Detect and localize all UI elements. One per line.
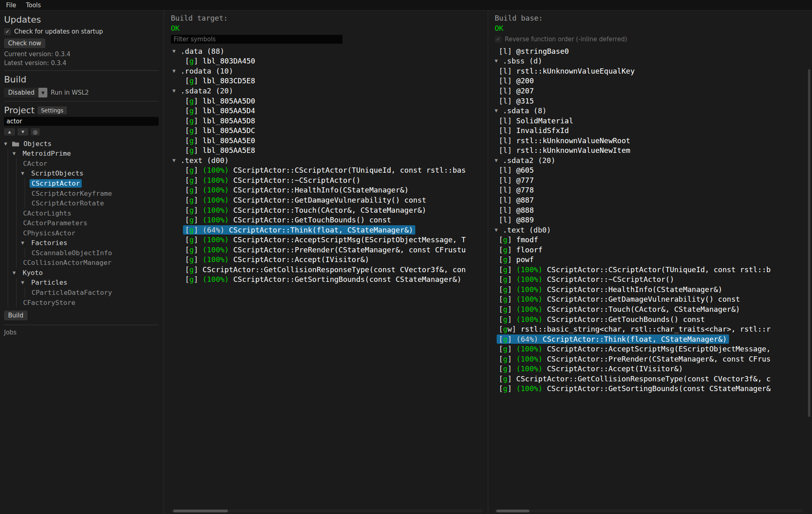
base-hscroll-thumb[interactable] bbox=[496, 510, 529, 512]
symbol-row[interactable]: [l] @200 bbox=[488, 76, 806, 86]
symbol-row[interactable]: [g] (100%) CScriptActor::GetDamageVulner… bbox=[488, 294, 806, 305]
tree-item[interactable]: ▼Factories bbox=[4, 238, 159, 248]
symbol-row[interactable]: [g] CScriptActor::GetCollisionResponseTy… bbox=[164, 264, 488, 275]
section-header[interactable]: ▼.data (88) bbox=[164, 46, 488, 56]
tree-item[interactable]: CActorParameters bbox=[4, 218, 159, 228]
next-match-button[interactable]: ▼ bbox=[17, 128, 28, 135]
expander-down-icon[interactable]: ▼ bbox=[172, 89, 181, 93]
target-hscrollbar[interactable] bbox=[171, 510, 483, 512]
symbol-row[interactable]: [g] (64%) CScriptActor::Think(float, CSt… bbox=[164, 225, 488, 235]
menu-file[interactable]: File bbox=[6, 2, 16, 9]
symbol-row[interactable]: [l] @889 bbox=[488, 215, 806, 225]
symbol-row[interactable]: [l] @stringBase0 bbox=[488, 46, 806, 56]
section-header[interactable]: ▼.rodata (10) bbox=[164, 66, 488, 76]
expander-down-icon[interactable]: ▼ bbox=[21, 241, 29, 245]
symbol-row[interactable]: [l] @778 bbox=[488, 185, 806, 195]
section-header[interactable]: ▼.sdata2 (20) bbox=[164, 86, 488, 96]
symbol-row[interactable]: [g] fmodf bbox=[488, 235, 806, 245]
symbol-row[interactable]: [g] (100%) CScriptActor::GetDamageVulner… bbox=[164, 195, 488, 205]
symbol-row[interactable]: [l] rstl::kUnknownValueNewItem bbox=[488, 145, 806, 155]
symbol-row[interactable]: [g] lbl_805AA5E8 bbox=[164, 145, 488, 155]
symbol-row[interactable]: [g] (100%) CScriptActor::CScriptActor(TU… bbox=[164, 165, 488, 176]
tree-item[interactable]: CPhysicsActor bbox=[4, 228, 159, 238]
tree-item[interactable]: CScriptActorKeyframe bbox=[4, 188, 159, 199]
symbol-row[interactable]: [g] (100%) CScriptActor::GetSortingBound… bbox=[488, 384, 806, 394]
symbol-row[interactable]: [g] (100%) CScriptActor::GetTouchBounds(… bbox=[164, 215, 488, 225]
symbol-row[interactable]: [g] lbl_803DA450 bbox=[164, 56, 488, 66]
tree-item[interactable]: CFactoryStore bbox=[4, 298, 159, 308]
symbol-row[interactable]: [g] (100%) CScriptActor::HealthInfo(CSta… bbox=[164, 185, 488, 195]
tree-item[interactable]: CScriptActor bbox=[4, 178, 159, 188]
expander-down-icon[interactable]: ▼ bbox=[21, 280, 29, 285]
symbol-row[interactable]: [l] @207 bbox=[488, 86, 806, 96]
symbol-row[interactable]: [g] floorf bbox=[488, 245, 806, 255]
symbol-row[interactable]: [g] (100%) CScriptActor::Accept(IVisitor… bbox=[488, 364, 806, 374]
build-button[interactable]: Build bbox=[4, 311, 28, 320]
symbol-row[interactable]: [g] CScriptActor::GetCollisionResponseTy… bbox=[488, 374, 806, 384]
symbol-row[interactable]: [g] (100%) CScriptActor::~CScriptActor() bbox=[164, 175, 488, 185]
tree-item[interactable]: CActor bbox=[4, 159, 159, 169]
tree-item[interactable]: CScannableObjectInfo bbox=[4, 248, 159, 258]
tree-item[interactable]: ▼Kyoto bbox=[4, 268, 159, 278]
symbol-row[interactable]: [l] @315 bbox=[488, 96, 806, 106]
tree-item[interactable]: ▼ScriptObjects bbox=[4, 169, 159, 179]
updates-checkbox[interactable]: ✓ bbox=[4, 28, 11, 35]
tree-item[interactable]: CScriptActorRotate bbox=[4, 198, 159, 208]
prev-match-button[interactable]: ▲ bbox=[4, 128, 15, 135]
expander-down-icon[interactable]: ▼ bbox=[21, 171, 29, 176]
tree-item[interactable]: CCollisionActorManager bbox=[4, 258, 159, 268]
project-settings-button[interactable]: Settings bbox=[38, 106, 66, 114]
expander-down-icon[interactable]: ▼ bbox=[13, 271, 21, 275]
expander-down-icon[interactable]: ▼ bbox=[495, 108, 503, 113]
section-header[interactable]: ▼.text (d00) bbox=[164, 155, 488, 165]
symbol-row[interactable]: [g] lbl_805AA5D0 bbox=[164, 96, 488, 106]
symbol-row[interactable]: [g] lbl_805AA5E0 bbox=[164, 135, 488, 146]
check-now-button[interactable]: Check now bbox=[4, 38, 45, 48]
symbol-row[interactable]: [gw] rstl::basic_string<char, rstl::char… bbox=[488, 324, 806, 334]
symbol-row[interactable]: [l] @605 bbox=[488, 165, 806, 176]
symbol-row[interactable]: [g] (100%) CScriptActor::GetTouchBounds(… bbox=[488, 314, 806, 324]
section-header[interactable]: ▼.sdata (8) bbox=[488, 106, 806, 116]
tree-item[interactable]: ▼MetroidPrime bbox=[4, 149, 159, 159]
symbol-row[interactable]: [g] lbl_805AA5DC bbox=[164, 125, 488, 135]
section-header[interactable]: ▼.sbss (d) bbox=[488, 56, 806, 66]
symbol-row[interactable]: [g] (100%) CScriptActor::CScriptActor(TU… bbox=[488, 264, 806, 275]
symbol-row[interactable]: [g] (100%) CScriptActor::Accept(IVisitor… bbox=[164, 254, 488, 264]
tree-item[interactable]: CParticleDataFactory bbox=[4, 288, 159, 298]
expander-down-icon[interactable]: ▼ bbox=[172, 69, 181, 73]
expander-down-icon[interactable]: ▼ bbox=[172, 49, 181, 53]
filter-symbols-input[interactable] bbox=[171, 35, 342, 44]
symbol-row[interactable]: [l] @888 bbox=[488, 205, 806, 215]
symbol-row[interactable]: [l] rstl::kUnknownValueNewRoot bbox=[488, 135, 806, 146]
symbol-row[interactable]: [l] @887 bbox=[488, 195, 806, 205]
section-header[interactable]: ▼.sdata2 (20) bbox=[488, 155, 806, 165]
expander-down-icon[interactable]: ▼ bbox=[13, 151, 21, 156]
vertical-scrollbar[interactable] bbox=[806, 11, 812, 514]
expander-down-icon[interactable]: ▼ bbox=[495, 228, 503, 232]
project-search-input[interactable] bbox=[4, 117, 159, 126]
symbol-row[interactable]: [g] (64%) CScriptActor::Think(float, CSt… bbox=[488, 334, 806, 344]
vertical-scroll-thumb[interactable] bbox=[808, 69, 810, 417]
reverse-order-checkbox[interactable]: ✓ bbox=[495, 36, 502, 43]
tree-item[interactable]: ▼Particles bbox=[4, 278, 159, 288]
base-hscrollbar[interactable] bbox=[495, 510, 803, 512]
symbol-row[interactable]: [g] (100%) CScriptActor::AcceptScriptMsg… bbox=[164, 235, 488, 245]
symbol-row[interactable]: [g] (100%) CScriptActor::PreRender(CStat… bbox=[488, 354, 806, 364]
tree-item[interactable]: ▼Objects bbox=[4, 139, 159, 149]
symbol-row[interactable]: [l] SolidMaterial bbox=[488, 116, 806, 126]
symbol-row[interactable]: [g] (100%) CScriptActor::~CScriptActor() bbox=[488, 275, 806, 285]
expander-down-icon[interactable]: ▼ bbox=[495, 59, 503, 63]
symbol-row[interactable]: [g] lbl_805AA5D8 bbox=[164, 116, 488, 126]
symbol-row[interactable]: [g] (100%) CScriptActor::HealthInfo(CSta… bbox=[488, 284, 806, 294]
menu-tools[interactable]: Tools bbox=[26, 2, 41, 9]
expander-down-icon[interactable]: ▼ bbox=[4, 142, 12, 146]
target-hscroll-thumb[interactable] bbox=[173, 510, 228, 512]
symbol-row[interactable]: [g] (100%) CScriptActor::Touch(CActor&, … bbox=[488, 304, 806, 314]
symbol-row[interactable]: [g] lbl_805AA5D4 bbox=[164, 106, 488, 116]
build-mode-dropdown[interactable]: Disabled ▼ bbox=[4, 88, 47, 97]
locate-button[interactable]: ◎ bbox=[31, 128, 40, 135]
section-header[interactable]: ▼.text (db0) bbox=[488, 225, 806, 235]
symbol-row[interactable]: [l] @777 bbox=[488, 175, 806, 185]
symbol-row[interactable]: [g] (100%) CScriptActor::Touch(CActor&, … bbox=[164, 205, 488, 215]
tree-item[interactable]: CActorLights bbox=[4, 208, 159, 218]
